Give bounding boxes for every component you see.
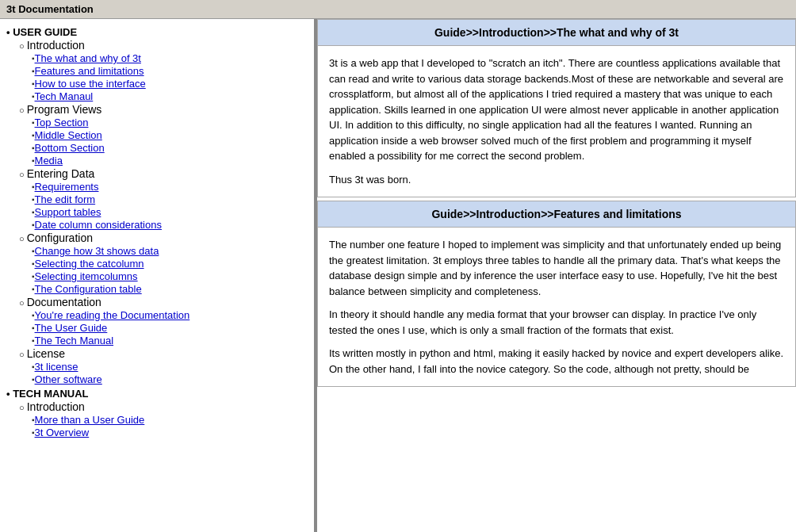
reading-docs-link[interactable]: You're reading the Documentation — [35, 309, 190, 321]
sidebar-group-program-views: Program Views Top Section Middle Section… — [19, 103, 311, 166]
panel-features-para-1: In theory it should handle any media for… — [329, 307, 784, 338]
list-item: Other software — [32, 373, 311, 385]
list-item: Date column considerations — [32, 219, 311, 231]
list-item: 3t license — [32, 361, 311, 373]
configuration-table-link[interactable]: The Configuration table — [35, 283, 142, 295]
list-item: The what and why of 3t — [32, 52, 311, 64]
selecting-itemcolumns-link[interactable]: Selecting itemcolumns — [35, 270, 138, 282]
sidebar-group-introduction: Introduction The what and why of 3t Feat… — [19, 39, 311, 102]
date-column-link[interactable]: Date column considerations — [35, 219, 162, 231]
top-section-link[interactable]: Top Section — [35, 117, 89, 128]
edit-form-link[interactable]: The edit form — [35, 193, 96, 205]
introduction-tech-label: Introduction — [27, 400, 85, 413]
tech-manaul-link[interactable]: Tech Manaul — [35, 90, 94, 102]
panel-what-why-header: Guide>>Introduction>>The what and why of… — [317, 19, 796, 46]
title-bar: 3t Documentation — [0, 0, 796, 19]
license-label: License — [27, 347, 65, 360]
license-children: 3t license Other software — [19, 361, 311, 385]
more-than-user-guide-link[interactable]: More than a User Guide — [35, 414, 145, 426]
panel-features-para-2: Its written mostly in python and html, m… — [329, 346, 784, 377]
tech-manual-label: TECH MANUAL — [6, 388, 89, 400]
introduction-tech-children: More than a User Guide 3t Overview — [19, 414, 311, 438]
panel-what-why-para-0: 3t is a web app that I developed to "scr… — [329, 55, 784, 164]
user-guide-link[interactable]: The User Guide — [35, 322, 108, 334]
panel-what-why-para-1: Thus 3t was born. — [329, 172, 784, 188]
panel-features-header: Guide>>Introduction>>Features and limita… — [317, 201, 796, 228]
tech-manual-link[interactable]: The Tech Manual — [35, 335, 114, 346]
change-how-link[interactable]: Change how 3t shows data — [35, 245, 159, 257]
configuration-children: Change how 3t shows data Selecting the c… — [19, 245, 311, 295]
list-item: The User Guide — [32, 322, 311, 334]
panel-features-para-0: The number one feature I hoped to implem… — [329, 237, 784, 299]
introduction-children: The what and why of 3t Features and limi… — [19, 52, 311, 102]
list-item: The Tech Manual — [32, 335, 311, 346]
list-item: 3t Overview — [32, 427, 311, 438]
3t-license-link[interactable]: 3t license — [35, 361, 78, 373]
sidebar-group-configuration: Configuration Change how 3t shows data S… — [19, 232, 311, 295]
panel-features-body: The number one feature I hoped to implem… — [317, 228, 796, 387]
list-item: Bottom Section — [32, 142, 311, 154]
media-link[interactable]: Media — [35, 155, 63, 166]
sidebar-group-introduction-tech: Introduction More than a User Guide 3t O… — [19, 400, 311, 438]
sidebar: USER GUIDE Introduction The what and why… — [0, 19, 317, 532]
sidebar-group-documentation: Documentation You're reading the Documen… — [19, 296, 311, 346]
list-item: Selecting the catcolumn — [32, 258, 311, 270]
content-panel-features: Guide>>Introduction>>Features and limita… — [317, 201, 796, 387]
sidebar-group-license: License 3t license Other software — [19, 347, 311, 385]
documentation-children: You're reading the Documentation The Use… — [19, 309, 311, 346]
other-software-link[interactable]: Other software — [35, 373, 102, 385]
list-item: Features and limitations — [32, 65, 311, 77]
program-views-label: Program Views — [27, 103, 102, 116]
configuration-label: Configuration — [27, 232, 93, 244]
tech-manual-list: Introduction More than a User Guide 3t O… — [6, 400, 311, 438]
list-item: More than a User Guide — [32, 414, 311, 426]
sidebar-group-entering-data: Entering Data Requirements The edit form… — [19, 167, 311, 231]
what-and-why-link[interactable]: The what and why of 3t — [35, 52, 141, 64]
list-item: Selecting itemcolumns — [32, 270, 311, 282]
how-to-use-link[interactable]: How to use the interface — [35, 78, 146, 90]
list-item: Top Section — [32, 117, 311, 128]
entering-data-children: Requirements The edit form Support table… — [19, 181, 311, 231]
list-item: Requirements — [32, 181, 311, 193]
sidebar-section-tech-manual: TECH MANUAL Introduction More than a Use… — [6, 387, 311, 438]
user-guide-list: Introduction The what and why of 3t Feat… — [6, 39, 311, 385]
nav-list: USER GUIDE Introduction The what and why… — [3, 25, 311, 438]
content-panel-what-why: Guide>>Introduction>>The what and why of… — [317, 19, 796, 197]
list-item: Change how 3t shows data — [32, 245, 311, 257]
features-limitations-link[interactable]: Features and limitations — [35, 65, 144, 77]
list-item: How to use the interface — [32, 78, 311, 90]
panel-what-why-body: 3t is a web app that I developed to "scr… — [317, 46, 796, 197]
content-area: Guide>>Introduction>>The what and why of… — [317, 19, 796, 532]
introduction-label: Introduction — [27, 39, 85, 52]
3t-overview-link[interactable]: 3t Overview — [35, 427, 90, 438]
list-item: Tech Manaul — [32, 90, 311, 102]
title-label: 3t Documentation — [6, 3, 94, 15]
list-item: Support tables — [32, 206, 311, 218]
list-item: The edit form — [32, 193, 311, 205]
middle-section-link[interactable]: Middle Section — [35, 129, 102, 141]
requirements-link[interactable]: Requirements — [35, 181, 99, 193]
list-item: Media — [32, 155, 311, 166]
selecting-catcolumn-link[interactable]: Selecting the catcolumn — [35, 258, 144, 270]
main-content: USER GUIDE Introduction The what and why… — [0, 19, 796, 532]
program-views-children: Top Section Middle Section Bottom Sectio… — [19, 117, 311, 166]
user-guide-label: USER GUIDE — [6, 26, 77, 38]
bottom-section-link[interactable]: Bottom Section — [35, 142, 105, 154]
list-item: The Configuration table — [32, 283, 311, 295]
list-item: Middle Section — [32, 129, 311, 141]
entering-data-label: Entering Data — [27, 167, 95, 180]
support-tables-link[interactable]: Support tables — [35, 206, 101, 218]
sidebar-section-user-guide: USER GUIDE Introduction The what and why… — [6, 25, 311, 385]
documentation-label: Documentation — [27, 296, 101, 308]
list-item: You're reading the Documentation — [32, 309, 311, 321]
